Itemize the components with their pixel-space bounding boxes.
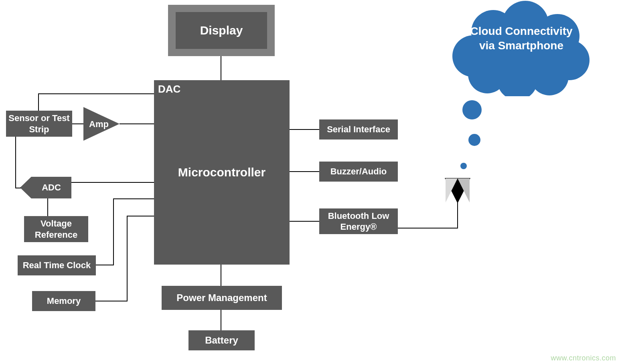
connector [120,123,154,124]
connector [221,265,221,286]
adc-label: ADC [42,182,61,193]
serial-interface-block: Serial Interface [319,119,398,140]
adc-block: ADC [31,177,71,198]
voltage-reference-block: Voltage Reference [24,216,88,242]
connector [72,123,83,124]
connector [221,56,221,80]
connector [47,198,48,216]
connector [95,301,128,301]
connector [38,93,39,111]
connector [290,171,319,172]
ble-label: Bluetooth Low Energy® [319,210,398,233]
connector [96,265,114,265]
memory-block: Memory [32,291,95,311]
buzzer-label: Buzzer/Audio [330,166,387,177]
battery-label: Battery [205,334,238,346]
connector [290,221,319,222]
connector [127,216,128,301]
connector [398,228,458,229]
connector [15,137,16,188]
adc-notch [20,177,31,198]
amp-label: Amp [89,119,109,129]
microcontroller-block: DAC Microcontroller [154,80,290,265]
display-label: Display [200,24,243,37]
voltage-reference-label: Voltage Reference [24,218,88,240]
memory-label: Memory [47,295,81,307]
antenna-left [446,178,458,202]
battery-block: Battery [188,330,255,350]
thought-dot-small [460,163,467,169]
microcontroller-label: Microcontroller [178,165,265,180]
dac-label: DAC [158,83,180,96]
connector [71,182,154,183]
connector [113,198,154,199]
connector [290,129,319,130]
cloud-label: Cloud Connectivity via Smartphone [461,24,582,53]
sensor-block: Sensor or Test Strip [6,111,72,137]
connector [113,198,114,265]
power-management-block: Power Management [162,286,282,310]
antenna-right [458,178,470,202]
connector [457,202,458,229]
thought-dot-med [468,134,480,146]
serial-interface-label: Serial Interface [327,124,390,135]
connector [38,93,154,94]
connector [15,188,21,188]
power-management-label: Power Management [176,292,267,304]
ble-block: Bluetooth Low Energy® [319,208,398,234]
connector [221,310,221,330]
sensor-label: Sensor or Test Strip [6,113,72,135]
thought-dot-large [462,100,482,119]
watermark: www.cntronics.com [551,354,616,362]
connector [127,216,154,216]
rtc-label: Real Time Clock [23,260,91,271]
buzzer-block: Buzzer/Audio [319,162,398,182]
display-block: Display [176,12,267,49]
rtc-block: Real Time Clock [18,255,96,275]
